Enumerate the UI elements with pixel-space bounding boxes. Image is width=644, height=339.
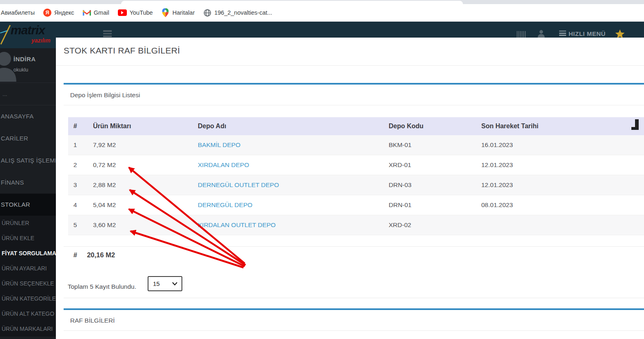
app-logo[interactable]: matrix yazılım: [0, 22, 56, 48]
table-row: 3 2,88 M2 DERNEGÜL OUTLET DEPO DRN-03 12…: [68, 175, 644, 195]
bookmark-gmail[interactable]: Gmail: [83, 9, 109, 17]
records-count-label: Toplam 5 Kayıt Bulundu.: [68, 283, 136, 290]
gmail-icon: [83, 9, 91, 17]
row-quantity: 2,88 M2: [93, 181, 198, 189]
sidebar-item-alis-satis[interactable]: ALIŞ SATIŞ İŞLEMLE: [0, 149, 56, 172]
sidebar: İNDİRA okuklu ... ANASAYFA CARİLER ALIŞ …: [0, 48, 56, 339]
depot-link[interactable]: XIRDALAN OUTLET DEPO: [198, 221, 389, 229]
sidebar-subitem-urunler[interactable]: ÜRÜNLER: [0, 216, 56, 231]
quick-menu-label: HIZLI MENÜ: [569, 30, 606, 37]
table-row: 2 0,72 M2 XIRDALAN DEPO XRD-01 12.01.202…: [68, 155, 644, 175]
browser-tab[interactable]: [121, 1, 463, 4]
sidebar-subitem-urun-secenekleri[interactable]: ÜRÜN SEÇENEKLE: [0, 276, 56, 291]
bookmark-novalties[interactable]: 196_2_novalties-cat...: [203, 9, 272, 17]
avatar: [0, 49, 19, 83]
row-last-movement: 16.01.2023: [481, 141, 644, 149]
bookmark-label: Haritalar: [173, 9, 195, 16]
table-total-row: # 20,16 M2: [73, 251, 115, 259]
row-quantity: 7,92 M2: [93, 141, 198, 149]
sidebar-toggle-icon[interactable]: [103, 30, 112, 37]
row-index: 2: [73, 161, 93, 169]
row-quantity: 3,60 M2: [93, 221, 198, 229]
sidebar-subitem-urun-markalari[interactable]: ÜRÜN MARKALARI: [0, 321, 56, 337]
sidebar-item-finans[interactable]: FİNANS: [0, 172, 56, 194]
depot-list-panel: Depo İşlem Bilgisi Listesi # Ürün Miktar…: [64, 83, 644, 298]
total-value: 20,16 M2: [87, 251, 115, 259]
total-label: #: [73, 251, 77, 259]
bookmark-aviabilety[interactable]: Авиабилеты: [1, 9, 35, 16]
bookmark-label: Авиабилеты: [1, 9, 35, 16]
barcode-icon[interactable]: [517, 31, 526, 38]
row-index: 3: [73, 181, 93, 189]
bookmark-label: 196_2_novalties-cat...: [214, 9, 272, 16]
globe-icon: [203, 9, 211, 17]
bookmark-yandex[interactable]: Я Яндекс: [43, 9, 74, 17]
row-index: 4: [73, 201, 93, 209]
browser-top-strip: [0, 0, 644, 4]
bookmark-label: YouTube: [130, 9, 153, 16]
sidebar-subitem-urun-ekle[interactable]: ÜRÜN EKLE: [0, 231, 56, 246]
row-depot-code: DRN-03: [389, 181, 481, 189]
quick-menu-icon: [559, 31, 566, 37]
row-last-movement: 12.01.2023: [481, 161, 644, 169]
row-quantity: 0,72 M2: [93, 161, 198, 169]
user-subtitle: okuklu: [13, 67, 28, 73]
depot-link[interactable]: BAKMİL DEPO: [198, 141, 389, 149]
raf-bilgileri-panel: RAF BİLGİLERİ: [64, 308, 644, 339]
user-name: İNDİRA: [13, 56, 36, 62]
col-urun-miktari: Ürün Miktarı: [93, 123, 198, 130]
app-header: [0, 22, 644, 38]
sidebar-subitem-fiyat-sorgulama[interactable]: FİYAT SORGULAMA: [0, 246, 56, 261]
logo-pulse-line: [0, 25, 11, 45]
quick-menu-button[interactable]: HIZLI MENÜ: [559, 30, 606, 37]
logo-brand-text: matrix: [11, 23, 45, 37]
youtube-icon: [118, 9, 127, 16]
sidebar-subitem-urun-kategorileri[interactable]: ÜRÜN KATEGORİLE: [0, 291, 56, 306]
divider: [64, 246, 644, 247]
sidebar-search-input[interactable]: ...: [0, 83, 56, 105]
row-index: 5: [73, 221, 93, 229]
row-last-movement: 08.01.2023: [481, 201, 644, 209]
depot-link[interactable]: DERNEGÜL DEPO: [198, 201, 389, 209]
depot-table: # Ürün Miktarı Depo Adı Depo Kodu Son Ha…: [68, 117, 644, 235]
page-title: STOK KARTI RAF BİLGİLERİ: [64, 46, 180, 56]
col-depo-adi: Depo Adı: [198, 123, 389, 130]
sidebar-subitem-urun-ayarlari[interactable]: ÜRÜN AYARLARI: [0, 261, 56, 276]
bookmark-label: Gmail: [94, 9, 109, 16]
table-row: 1 7,92 M2 BAKMİL DEPO BKM-01 16.01.2023: [68, 135, 644, 155]
col-index: #: [73, 123, 93, 130]
sidebar-subitem-urun-alt-kategorileri[interactable]: ÜRÜN ALT KATEGO: [0, 306, 56, 321]
chevron-down-icon: [172, 282, 177, 285]
table-row: 4 5,04 M2 DERNEGÜL DEPO DRN-01 08.01.202…: [68, 195, 644, 215]
bookmark-label: Яндекс: [54, 9, 74, 16]
row-index: 1: [73, 141, 93, 149]
panel-title: Depo İşlem Bilgisi Listesi: [64, 85, 644, 105]
bookmark-youtube[interactable]: YouTube: [118, 9, 153, 16]
panel-title: RAF BİLGİLERİ: [64, 310, 644, 331]
row-depot-code: BKM-01: [389, 141, 481, 149]
sidebar-submenu: ÜRÜNLER ÜRÜN EKLE FİYAT SORGULAMA ÜRÜN A…: [0, 216, 56, 337]
row-quantity: 5,04 M2: [93, 201, 198, 209]
depot-link[interactable]: XIRDALAN DEPO: [198, 161, 389, 169]
sidebar-item-cariler[interactable]: CARİLER: [0, 127, 56, 149]
table-row: 5 3,60 M2 XIRDALAN OUTLET DEPO XRD-02: [68, 215, 644, 235]
row-last-movement: 12.01.2023: [481, 181, 644, 189]
sidebar-item-stoklar[interactable]: STOKLAR: [0, 194, 56, 216]
divider: [56, 65, 644, 66]
bookmark-haritalar[interactable]: Haritalar: [162, 9, 195, 17]
sidebar-user-block[interactable]: İNDİRA okuklu: [0, 48, 56, 83]
row-depot-code: XRD-01: [389, 161, 481, 169]
logo-sub-text: yazılım: [31, 37, 51, 44]
google-maps-icon: [162, 9, 170, 17]
bookmarks-bar: Авиабилеты Я Яндекс Gmail YouTube: [0, 4, 644, 22]
main-content: STOK KARTI RAF BİLGİLERİ Depo İşlem Bilg…: [56, 38, 644, 339]
page-size-select[interactable]: 15: [148, 276, 182, 291]
depot-link[interactable]: DERNEGÜL OUTLET DEPO: [198, 181, 389, 189]
sidebar-item-anasayfa[interactable]: ANASAYFA: [0, 105, 56, 127]
page-size-value: 15: [153, 280, 160, 287]
row-depot-code: DRN-01: [389, 201, 481, 209]
row-depot-code: XRD-02: [389, 221, 481, 229]
col-depo-kodu: Depo Kodu: [389, 123, 481, 130]
col-son-hareket-tarihi: Son Hareket Tarihi: [481, 123, 644, 130]
table-header-row: # Ürün Miktarı Depo Adı Depo Kodu Son Ha…: [68, 117, 644, 135]
